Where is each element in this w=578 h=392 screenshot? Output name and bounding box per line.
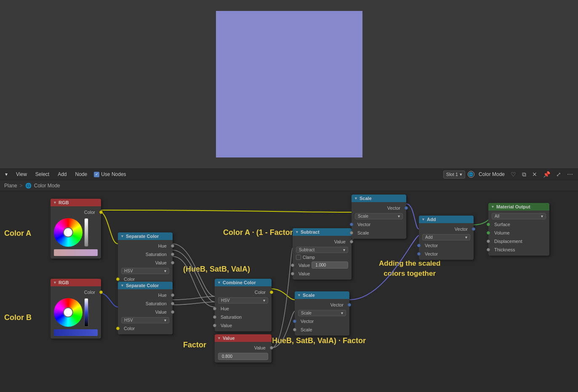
node-value-header[interactable]: ▾ Value: [215, 334, 272, 342]
close-icon[interactable]: ✕: [530, 170, 539, 179]
use-nodes-toggle[interactable]: ✓ Use Nodes: [94, 171, 126, 177]
more-icon[interactable]: ⋯: [565, 170, 575, 179]
node-subtract-header[interactable]: ▾ Subtract: [293, 228, 352, 236]
color-mode-btn[interactable]: Color Mode: [477, 171, 506, 178]
rgb-a-swatch[interactable]: [54, 249, 98, 256]
sep-b-color-socket[interactable]: [116, 327, 120, 330]
rgb-b-swatch[interactable]: [54, 329, 98, 336]
sep-b-color-input: Color: [118, 324, 173, 333]
sep-a-sat-output: Saturation: [118, 250, 173, 259]
node-separate-a-header[interactable]: ▾ Separate Color: [118, 232, 173, 240]
value-field[interactable]: 0.800: [218, 353, 268, 360]
node-canvas[interactable]: Color A Color B Color A · (1 - Factor) (…: [0, 191, 578, 392]
subtract-val2-socket[interactable]: [291, 272, 294, 275]
material-surface-socket[interactable]: [487, 223, 490, 226]
node-rgb-a[interactable]: ▾ RGB Color: [51, 199, 101, 259]
node-value-body: Value 0.800: [215, 342, 272, 363]
value-output: Value: [215, 344, 272, 352]
material-dropdown[interactable]: All▾: [492, 213, 546, 219]
combine-val-socket[interactable]: [213, 324, 216, 327]
rgb-b-color-socket[interactable]: [99, 291, 103, 294]
add-vec2-socket[interactable]: [417, 252, 421, 256]
node-rgb-a-body: Color: [51, 206, 101, 259]
node-add[interactable]: ▾ Add Vector Add▾ Vector Vector: [419, 216, 474, 260]
scale1-output-socket[interactable]: [405, 206, 408, 210]
formula-top-label: Color A · (1 - Factor): [223, 228, 296, 237]
slot-dropdown[interactable]: Slot 1 ▾: [443, 171, 465, 179]
sep-b-hue-socket[interactable]: [171, 293, 174, 297]
rgb-b-slider[interactable]: [84, 298, 88, 327]
combine-hue-socket[interactable]: [213, 307, 216, 310]
scale2-vector-socket[interactable]: [293, 320, 296, 323]
heart-icon[interactable]: ♡: [509, 170, 518, 179]
node-rgb-b[interactable]: ▾ RGB Color: [51, 279, 101, 339]
material-thickness-input: Thickness: [488, 245, 549, 254]
combine-dropdown[interactable]: HSV▾: [218, 297, 268, 304]
pin-icon[interactable]: 📌: [541, 170, 552, 179]
scale2-dropdown[interactable]: Scale▾: [298, 310, 346, 316]
scale2-scale-socket[interactable]: [293, 328, 296, 331]
combine-sat-socket[interactable]: [213, 315, 216, 319]
add-vec1-socket[interactable]: [417, 244, 421, 247]
node-separate-b[interactable]: ▾ Separate Color Hue Saturation Value HS…: [118, 282, 173, 334]
viewport-area: [0, 0, 578, 168]
use-nodes-checkbox[interactable]: ✓: [94, 172, 99, 177]
subtract-dropdown[interactable]: Subtract▾: [296, 247, 348, 253]
sep-b-val-output: Value: [118, 308, 173, 316]
add-output-socket[interactable]: [472, 227, 475, 231]
node-material-body: All▾ Surface Volume Displacement Thickne…: [488, 211, 549, 256]
node-menu[interactable]: Node: [74, 171, 89, 178]
node-material-header[interactable]: ▾ Material Output: [488, 203, 549, 211]
material-displacement-socket[interactable]: [487, 240, 490, 243]
node-value[interactable]: ▾ Value Value 0.800: [215, 334, 272, 363]
sep-b-val-socket[interactable]: [171, 310, 174, 314]
material-volume-socket[interactable]: [487, 231, 490, 235]
node-combine-header[interactable]: ▾ Combine Color: [215, 279, 272, 286]
subtract-value-field[interactable]: 1.000: [312, 261, 348, 269]
node-combine[interactable]: ▾ Combine Color Color HSV▾ Hue Saturatio…: [215, 279, 272, 331]
combine-color-socket[interactable]: [270, 291, 273, 294]
copy-icon[interactable]: ⧉: [520, 170, 528, 179]
node-scale2[interactable]: ▾ Scale Vector Scale▾ Vector Scale: [295, 291, 349, 336]
rgb-a-color-socket[interactable]: [99, 211, 103, 214]
value-output-socket[interactable]: [270, 346, 273, 349]
subtract-clamp-checkbox[interactable]: [296, 255, 301, 260]
rgb-b-wheel-container: [51, 296, 101, 328]
collapse-btn[interactable]: ▾: [3, 171, 9, 178]
subtract-value-input1: Value 1.000: [293, 261, 352, 269]
node-material-output[interactable]: ▾ Material Output All▾ Surface Volume Di…: [488, 203, 549, 256]
sep-b-dropdown[interactable]: HSV▾: [121, 317, 169, 323]
fullscreen-icon[interactable]: ⤢: [554, 170, 563, 179]
rgb-b-color-wheel[interactable]: [54, 298, 83, 327]
scale1-dropdown[interactable]: Scale▾: [355, 213, 403, 219]
node-rgb-b-header[interactable]: ▾ RGB: [51, 279, 101, 286]
node-scale1-header[interactable]: ▾ Scale: [352, 195, 406, 202]
node-subtract[interactable]: ▾ Subtract Value Subtract▾ Clamp Value 1…: [293, 228, 352, 280]
node-scale1-body: Vector Scale▾ Vector Scale: [352, 202, 406, 239]
scale1-vector-socket[interactable]: [350, 223, 353, 226]
node-separate-b-header[interactable]: ▾ Separate Color: [118, 282, 173, 289]
subtract-output-socket[interactable]: [350, 240, 353, 243]
rgb-a-slider[interactable]: [84, 218, 88, 247]
node-scale1[interactable]: ▾ Scale Vector Scale▾ Vector Scale: [352, 195, 406, 239]
node-separate-a[interactable]: ▾ Separate Color Hue Saturation Value HS…: [118, 232, 173, 285]
scale1-scale-socket[interactable]: [350, 231, 353, 235]
sep-a-color-socket[interactable]: [116, 277, 120, 281]
sep-a-val-socket[interactable]: [171, 261, 174, 264]
scale2-output-socket[interactable]: [348, 303, 351, 307]
node-rgb-a-header[interactable]: ▾ RGB: [51, 199, 101, 206]
node-scale2-header[interactable]: ▾ Scale: [295, 291, 349, 299]
node-add-header[interactable]: ▾ Add: [419, 216, 474, 223]
add-menu[interactable]: Add: [56, 171, 68, 178]
rgb-a-color-wheel[interactable]: [54, 218, 83, 247]
material-thickness-socket[interactable]: [487, 248, 490, 251]
view-menu[interactable]: View: [14, 171, 29, 178]
combine-hue-input: Hue: [215, 304, 272, 313]
sep-a-hue-socket[interactable]: [171, 244, 174, 248]
select-menu[interactable]: Select: [34, 171, 51, 178]
sep-b-sat-socket[interactable]: [171, 302, 174, 305]
add-dropdown[interactable]: Add▾: [422, 234, 470, 240]
sep-a-dropdown[interactable]: HSV▾: [121, 268, 169, 274]
sep-a-sat-socket[interactable]: [171, 253, 174, 256]
subtract-val1-socket[interactable]: [291, 264, 294, 267]
